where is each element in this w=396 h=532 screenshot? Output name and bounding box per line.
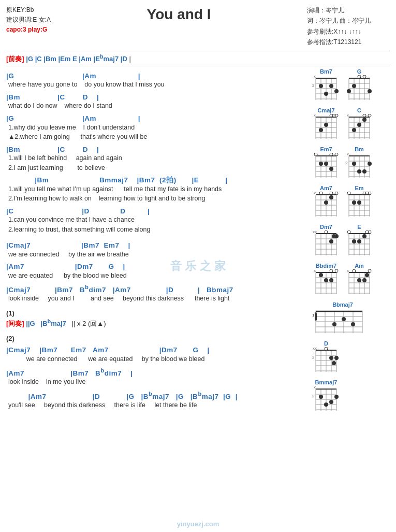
diagram-row-2: Cmaj7 x — [312, 107, 390, 141]
bbdim7-fretboard: x — [312, 269, 341, 296]
bm7-fretboard: x 2 — [312, 75, 341, 102]
svg-text:x: x — [314, 75, 316, 79]
diagram-c-label: C — [357, 107, 361, 113]
lyric-7-1: we are connected by the air we breathe — [6, 250, 305, 260]
main-content: |G |Am | where have you gone to do you k… — [6, 68, 390, 416]
bmmaj7-fretboard: x 2 — [312, 386, 341, 413]
svg-point-12 — [329, 84, 333, 88]
svg-point-187 — [362, 278, 366, 282]
chord-line-10: |Cmaj7 |Bm7 Em7 Am7 |Dm7 G | — [6, 346, 305, 355]
diagram-row-1: Bm7 — [312, 68, 390, 102]
diagram-g-label: G — [357, 68, 362, 75]
svg-point-155 — [362, 234, 366, 238]
svg-text:x: x — [314, 114, 316, 118]
svg-point-202 — [332, 322, 336, 326]
em7-fretboard — [312, 153, 341, 180]
svg-point-235 — [329, 400, 333, 404]
diagram-bbdim7: Bbdim7 x — [312, 263, 341, 296]
diagram-em7-label: Em7 — [320, 146, 332, 152]
svg-point-61 — [362, 118, 366, 122]
diagram-cmaj7: Cmaj7 x — [312, 107, 341, 141]
chord-line-12: |Am7 |D |G |Bbmaj7 |G |Bbmaj7 |G | — [6, 390, 305, 401]
diagram-bmmaj7: Bmmaj7 x — [312, 379, 341, 413]
svg-point-42 — [319, 128, 323, 132]
diagram-bm: Bm x — [345, 146, 374, 180]
chord-line-6: |C |D D | — [6, 207, 305, 216]
interlude-chords: ||G |Bbmaj7 || x 2 (回▲) — [26, 320, 106, 327]
svg-point-203 — [342, 317, 346, 321]
chord-line-11: |Am7 |Bm7 Bbdim7 | — [6, 367, 305, 378]
svg-point-141 — [334, 234, 339, 238]
svg-point-109 — [329, 195, 333, 199]
svg-text:2: 2 — [312, 83, 315, 88]
diagram-dm7-label: Dm7 — [320, 224, 332, 230]
diagram-bm7: Bm7 — [312, 68, 341, 102]
c-fretboard: x — [345, 114, 374, 141]
svg-point-188 — [365, 273, 369, 277]
diagram-am: Am x — [345, 263, 374, 296]
lyric-5-2: 2.I'm learning how to walk on learning h… — [6, 194, 305, 204]
svg-point-77 — [329, 167, 333, 171]
svg-text:xx: xx — [313, 347, 317, 351]
svg-point-74 — [319, 162, 323, 166]
strumming: 参考刷法:X↑↑↓ ↓↑↑↓ — [307, 26, 390, 37]
lyric-3-1: 1.why did you leave me I don't understan… — [6, 123, 305, 133]
chord-line-5: |Bm Bmmaj7 |Bm7 (2拍) |E | — [6, 176, 305, 185]
diagram-row-6: Bbdim7 x — [312, 263, 390, 296]
diagram-dm7: Dm7 xx — [312, 224, 341, 257]
am-fretboard: x — [345, 269, 374, 296]
g-fretboard — [345, 75, 374, 102]
svg-text:x: x — [347, 153, 349, 156]
svg-point-170 — [324, 278, 328, 282]
song-section: |G |Am | where have you gone to do you k… — [6, 68, 310, 416]
svg-point-75 — [324, 162, 328, 166]
svg-rect-201 — [315, 312, 317, 321]
svg-point-153 — [352, 239, 356, 243]
lyrics-composer: 词：岑宁儿 曲：岑宁儿 — [307, 16, 390, 26]
svg-point-204 — [351, 322, 355, 326]
diagram-em-label: Em — [355, 185, 363, 191]
svg-point-139 — [329, 239, 333, 243]
prelude-chords: |G |C |Bm |Em E |Am |Ebmaj7 |D | — [26, 55, 131, 63]
svg-point-92 — [362, 169, 366, 174]
svg-point-123 — [357, 200, 361, 205]
capo-line: capo:3 play:G — [6, 25, 51, 35]
prelude-label: [前奏] — [6, 55, 24, 63]
chord-diagrams: Bm7 — [310, 68, 390, 416]
diagram-c: C x — [345, 107, 374, 141]
svg-text:x: x — [347, 269, 349, 273]
lyric-4-1: 1.will I be left behind again and again — [6, 154, 305, 163]
svg-point-93 — [368, 162, 372, 166]
svg-point-11 — [324, 92, 328, 96]
svg-point-233 — [319, 395, 323, 399]
lyric-9-1: look inside you and I and see beyond thi… — [6, 294, 305, 304]
header-left: 原KEY:Bb 建议男调:E 女:A capo:3 play:G — [6, 5, 51, 48]
diagram-d-label: D — [324, 340, 328, 347]
svg-text:x: x — [347, 114, 349, 118]
svg-point-154 — [357, 239, 361, 243]
bbmaj7-fretboard: 1 — [312, 308, 374, 335]
diagram-em: Em — [345, 185, 374, 219]
svg-point-122 — [352, 200, 356, 205]
svg-point-90 — [352, 162, 356, 166]
svg-point-234 — [324, 402, 328, 407]
diagram-e-label: E — [357, 224, 361, 230]
svg-text:x: x — [314, 269, 316, 273]
svg-point-58 — [352, 128, 356, 132]
diagram-row-8: D xx — [312, 340, 390, 374]
lyric-4-2: 2.I am just learning to believe — [6, 164, 305, 173]
diagram-bbmaj7: Bbmaj7 — [312, 301, 374, 335]
chord-line-4: |Bm |C D | — [6, 145, 305, 154]
diagram-am7: Am7 x — [312, 185, 341, 219]
lyric-10-1: we are connected we are equated by the b… — [6, 355, 305, 364]
e-fretboard — [345, 231, 374, 257]
svg-point-91 — [357, 169, 361, 174]
svg-text:2: 2 — [312, 394, 315, 398]
svg-point-10 — [319, 84, 323, 88]
fingering: 参考指法:T1213121 — [307, 37, 390, 47]
header-area: 原KEY:Bb 建议男调:E 女:A capo:3 play:G You and… — [6, 5, 390, 48]
diagram-am7-label: Am7 — [320, 185, 332, 191]
svg-point-26 — [347, 89, 351, 93]
lyric-1-1: where have you gone to do you know that … — [6, 80, 305, 90]
prelude-divider — [6, 66, 390, 66]
